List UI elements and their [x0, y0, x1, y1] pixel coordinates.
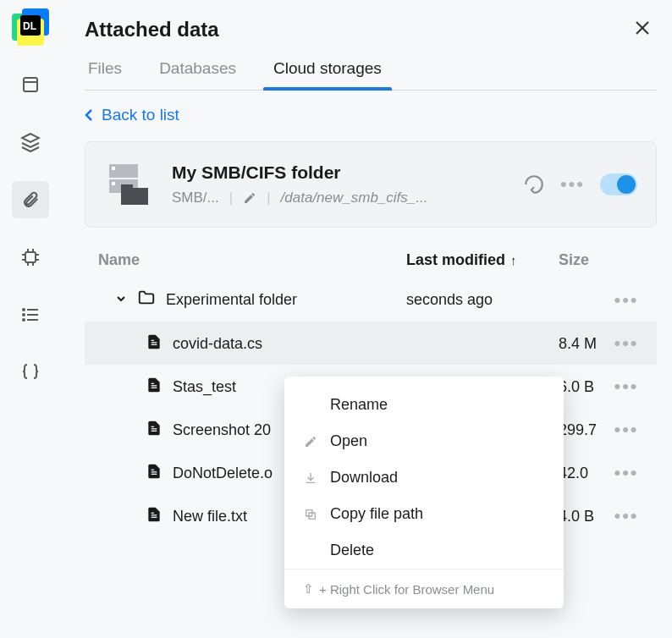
file-icon	[146, 377, 162, 398]
row-more-button[interactable]: •••	[609, 289, 643, 311]
row-size: 6.0 B	[559, 378, 609, 396]
table-header: Name Last modified ↑ Size	[85, 243, 657, 278]
storage-path: /data/new_smb_cifs_...	[281, 190, 428, 206]
row-more-button[interactable]: •••	[609, 376, 643, 398]
tab-databases[interactable]: Databases	[156, 59, 240, 90]
blank-icon	[303, 543, 318, 558]
row-size: 299.7	[559, 421, 609, 439]
ctx-copy-path[interactable]: Copy file path	[284, 496, 564, 532]
row-size: 4.0 B	[559, 508, 609, 525]
ctx-footer-label: + Right Click for Browser Menu	[319, 582, 494, 597]
rail-chip-icon[interactable]	[12, 239, 49, 276]
storage-more-button[interactable]: •••	[560, 173, 585, 195]
row-more-button[interactable]: •••	[609, 419, 643, 441]
row-name: New file.txt	[173, 508, 247, 525]
column-size[interactable]: Size	[559, 251, 609, 269]
svg-rect-5	[24, 78, 37, 91]
file-icon	[146, 463, 162, 484]
ctx-delete[interactable]: Delete	[284, 532, 564, 569]
svg-rect-25	[112, 167, 115, 170]
svg-point-21	[23, 319, 25, 321]
ctx-download-label: Download	[330, 469, 398, 487]
tabs-bar: Files Databases Cloud storages	[85, 59, 657, 91]
row-name: Screenshot 20	[173, 421, 271, 439]
row-name: Stas_test	[173, 378, 236, 396]
svg-rect-7	[25, 252, 36, 262]
row-more-button[interactable]: •••	[609, 462, 643, 484]
file-icon	[146, 506, 162, 527]
table-row[interactable]: Experimental folder seconds ago •••	[85, 278, 657, 322]
copy-icon	[303, 507, 318, 522]
row-size: 8.4 M	[559, 335, 609, 353]
refresh-button[interactable]	[523, 173, 545, 195]
app-logo: DL	[12, 8, 49, 46]
file-icon	[146, 333, 162, 355]
svg-rect-27	[112, 182, 115, 185]
column-name[interactable]: Name	[98, 251, 406, 269]
storage-type: SMB/...	[172, 190, 219, 206]
row-modified: seconds ago	[406, 291, 559, 309]
tab-cloud-storages[interactable]: Cloud storages	[270, 59, 385, 90]
rail-braces-icon[interactable]	[12, 354, 49, 391]
pencil-icon	[303, 434, 318, 449]
svg-rect-24	[109, 164, 138, 178]
row-name: DoNotDelete.o	[173, 465, 273, 482]
row-name: Experimental folder	[166, 291, 297, 309]
ctx-rename[interactable]: Rename	[284, 387, 564, 423]
row-more-button[interactable]: •••	[609, 333, 643, 355]
storage-server-icon	[104, 161, 151, 208]
divider: |	[229, 190, 233, 206]
row-name: covid-data.cs	[173, 335, 262, 353]
table-row[interactable]: covid-data.cs 8.4 M •••	[85, 322, 657, 365]
ctx-open-label: Open	[330, 432, 367, 450]
column-modified-label: Last modified	[406, 251, 505, 269]
back-label: Back to list	[102, 106, 179, 124]
rail-attach-icon[interactable]	[12, 181, 49, 218]
context-menu: Rename Open Download Copy file path Dele…	[284, 377, 564, 608]
page-title: Attached data	[85, 18, 219, 41]
svg-point-20	[23, 314, 25, 316]
ctx-open[interactable]: Open	[284, 423, 564, 459]
storage-card: My SMB/CIFS folder SMB/... | | /data/new…	[85, 141, 657, 228]
left-nav-rail: DL	[0, 0, 61, 638]
edit-storage-button[interactable]	[243, 191, 256, 205]
download-icon	[303, 470, 318, 486]
chevron-down-icon[interactable]	[115, 291, 127, 309]
ctx-footer-hint: ⇧ + Right Click for Browser Menu	[284, 569, 564, 608]
svg-rect-28	[121, 188, 148, 205]
ctx-copy-path-label: Copy file path	[330, 505, 423, 523]
column-last-modified[interactable]: Last modified ↑	[406, 251, 559, 269]
close-button[interactable]	[628, 15, 657, 44]
divider: |	[267, 190, 270, 206]
folder-icon	[137, 289, 156, 311]
storage-name: My SMB/CIFS folder	[172, 162, 523, 183]
svg-point-19	[23, 309, 25, 311]
row-size: 42.0	[559, 465, 609, 482]
shift-key-icon: ⇧	[303, 581, 314, 597]
rail-notebook-icon[interactable]	[12, 66, 49, 103]
svg-text:DL: DL	[23, 20, 36, 32]
svg-rect-29	[121, 184, 133, 190]
back-to-list-link[interactable]: Back to list	[85, 106, 657, 124]
rail-layers-icon[interactable]	[12, 124, 49, 161]
tab-files[interactable]: Files	[85, 59, 125, 90]
ctx-rename-label: Rename	[330, 396, 388, 414]
ctx-download[interactable]: Download	[284, 459, 564, 496]
storage-enabled-toggle[interactable]	[600, 173, 637, 195]
file-icon	[146, 420, 162, 441]
rail-list-icon[interactable]	[12, 296, 49, 333]
row-more-button[interactable]: •••	[609, 505, 643, 527]
ctx-delete-label: Delete	[330, 542, 374, 559]
blank-icon	[303, 398, 318, 413]
sort-asc-icon: ↑	[510, 253, 517, 267]
chevron-left-icon	[85, 108, 93, 122]
